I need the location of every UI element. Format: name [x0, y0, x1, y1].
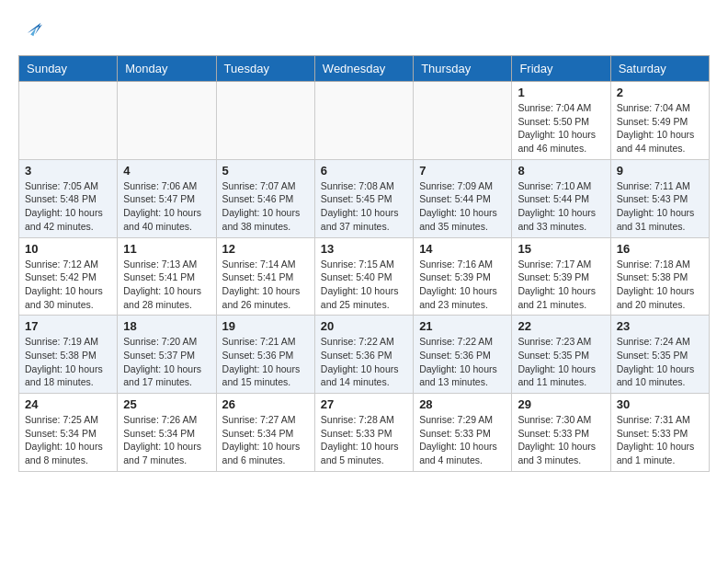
- day-info: Sunrise: 7:22 AM Sunset: 5:36 PM Dayligh…: [419, 335, 506, 389]
- page-header: [18, 18, 710, 40]
- day-number: 12: [222, 242, 309, 256]
- day-number: 29: [518, 397, 604, 411]
- day-number: 23: [617, 319, 703, 333]
- weekday-header-row: SundayMondayTuesdayWednesdayThursdayFrid…: [19, 56, 710, 82]
- calendar-cell: 23Sunrise: 7:24 AM Sunset: 5:35 PM Dayli…: [610, 316, 709, 394]
- calendar-cell: [118, 82, 216, 160]
- calendar-cell: 6Sunrise: 7:08 AM Sunset: 5:45 PM Daylig…: [314, 159, 413, 237]
- day-info: Sunrise: 7:04 AM Sunset: 5:50 PM Dayligh…: [518, 101, 604, 155]
- day-number: 22: [518, 319, 604, 333]
- svg-marker-0: [28, 23, 42, 35]
- weekday-header-monday: Monday: [118, 56, 216, 82]
- calendar-cell: 15Sunrise: 7:17 AM Sunset: 5:39 PM Dayli…: [512, 237, 610, 316]
- day-number: 15: [518, 242, 604, 256]
- calendar-cell: 24Sunrise: 7:25 AM Sunset: 5:34 PM Dayli…: [19, 394, 118, 472]
- weekday-header-tuesday: Tuesday: [216, 56, 314, 82]
- calendar-table: SundayMondayTuesdayWednesdayThursdayFrid…: [18, 55, 710, 472]
- day-number: 5: [222, 164, 309, 178]
- calendar-cell: 5Sunrise: 7:07 AM Sunset: 5:46 PM Daylig…: [216, 159, 314, 237]
- calendar-cell: 13Sunrise: 7:15 AM Sunset: 5:40 PM Dayli…: [314, 237, 413, 316]
- calendar-cell: 8Sunrise: 7:10 AM Sunset: 5:44 PM Daylig…: [512, 159, 610, 237]
- week-row-1: 1Sunrise: 7:04 AM Sunset: 5:50 PM Daylig…: [19, 82, 710, 160]
- day-info: Sunrise: 7:10 AM Sunset: 5:44 PM Dayligh…: [518, 179, 604, 234]
- calendar-cell: 25Sunrise: 7:26 AM Sunset: 5:34 PM Dayli…: [118, 394, 216, 472]
- calendar-cell: 4Sunrise: 7:06 AM Sunset: 5:47 PM Daylig…: [118, 159, 216, 237]
- calendar-cell: 7Sunrise: 7:09 AM Sunset: 5:44 PM Daylig…: [414, 159, 512, 237]
- weekday-header-friday: Friday: [512, 56, 610, 82]
- calendar-cell: 12Sunrise: 7:14 AM Sunset: 5:41 PM Dayli…: [216, 237, 314, 316]
- day-number: 26: [222, 397, 309, 411]
- weekday-header-sunday: Sunday: [19, 56, 118, 82]
- day-number: 21: [419, 319, 506, 333]
- logo: [18, 18, 42, 40]
- day-number: 11: [123, 242, 210, 256]
- calendar-cell: 11Sunrise: 7:13 AM Sunset: 5:41 PM Dayli…: [118, 237, 216, 316]
- day-info: Sunrise: 7:05 AM Sunset: 5:48 PM Dayligh…: [25, 179, 111, 234]
- day-info: Sunrise: 7:17 AM Sunset: 5:39 PM Dayligh…: [518, 258, 604, 312]
- calendar-cell: [414, 82, 512, 160]
- calendar-cell: 3Sunrise: 7:05 AM Sunset: 5:48 PM Daylig…: [19, 159, 118, 237]
- calendar-cell: 22Sunrise: 7:23 AM Sunset: 5:35 PM Dayli…: [512, 316, 610, 394]
- day-number: 7: [419, 164, 506, 178]
- day-info: Sunrise: 7:14 AM Sunset: 5:41 PM Dayligh…: [222, 258, 309, 312]
- day-number: 9: [617, 164, 703, 178]
- day-info: Sunrise: 7:16 AM Sunset: 5:39 PM Dayligh…: [419, 258, 506, 312]
- day-info: Sunrise: 7:19 AM Sunset: 5:38 PM Dayligh…: [25, 335, 111, 389]
- day-info: Sunrise: 7:07 AM Sunset: 5:46 PM Dayligh…: [222, 179, 309, 234]
- day-info: Sunrise: 7:15 AM Sunset: 5:40 PM Dayligh…: [321, 258, 407, 312]
- day-number: 17: [25, 319, 111, 333]
- calendar-cell: [314, 82, 413, 160]
- calendar-cell: 18Sunrise: 7:20 AM Sunset: 5:37 PM Dayli…: [118, 316, 216, 394]
- week-row-3: 10Sunrise: 7:12 AM Sunset: 5:42 PM Dayli…: [19, 237, 710, 316]
- calendar-cell: 21Sunrise: 7:22 AM Sunset: 5:36 PM Dayli…: [414, 316, 512, 394]
- calendar-cell: 17Sunrise: 7:19 AM Sunset: 5:38 PM Dayli…: [19, 316, 118, 394]
- calendar-cell: 30Sunrise: 7:31 AM Sunset: 5:33 PM Dayli…: [610, 394, 709, 472]
- day-number: 14: [419, 242, 506, 256]
- calendar-cell: 9Sunrise: 7:11 AM Sunset: 5:43 PM Daylig…: [610, 159, 709, 237]
- calendar-cell: 19Sunrise: 7:21 AM Sunset: 5:36 PM Dayli…: [216, 316, 314, 394]
- week-row-2: 3Sunrise: 7:05 AM Sunset: 5:48 PM Daylig…: [19, 159, 710, 237]
- day-number: 6: [321, 164, 407, 178]
- day-info: Sunrise: 7:26 AM Sunset: 5:34 PM Dayligh…: [123, 413, 210, 467]
- calendar-cell: 27Sunrise: 7:28 AM Sunset: 5:33 PM Dayli…: [314, 394, 413, 472]
- day-number: 25: [123, 397, 210, 411]
- day-info: Sunrise: 7:13 AM Sunset: 5:41 PM Dayligh…: [123, 258, 210, 312]
- calendar-cell: 20Sunrise: 7:22 AM Sunset: 5:36 PM Dayli…: [314, 316, 413, 394]
- day-info: Sunrise: 7:08 AM Sunset: 5:45 PM Dayligh…: [321, 179, 407, 234]
- calendar-cell: 29Sunrise: 7:30 AM Sunset: 5:33 PM Dayli…: [512, 394, 610, 472]
- day-number: 28: [419, 397, 506, 411]
- day-number: 19: [222, 319, 309, 333]
- day-number: 8: [518, 164, 604, 178]
- day-number: 16: [617, 242, 703, 256]
- calendar-cell: 1Sunrise: 7:04 AM Sunset: 5:50 PM Daylig…: [512, 82, 610, 160]
- day-info: Sunrise: 7:06 AM Sunset: 5:47 PM Dayligh…: [123, 179, 210, 234]
- day-info: Sunrise: 7:20 AM Sunset: 5:37 PM Dayligh…: [123, 335, 210, 389]
- calendar-cell: 28Sunrise: 7:29 AM Sunset: 5:33 PM Dayli…: [414, 394, 512, 472]
- calendar-cell: [216, 82, 314, 160]
- day-info: Sunrise: 7:04 AM Sunset: 5:49 PM Dayligh…: [617, 101, 703, 155]
- day-number: 30: [617, 397, 703, 411]
- day-number: 1: [518, 86, 604, 99]
- day-number: 24: [25, 397, 111, 411]
- day-info: Sunrise: 7:29 AM Sunset: 5:33 PM Dayligh…: [419, 413, 506, 467]
- day-number: 20: [321, 319, 407, 333]
- day-info: Sunrise: 7:11 AM Sunset: 5:43 PM Dayligh…: [617, 179, 703, 234]
- weekday-header-thursday: Thursday: [414, 56, 512, 82]
- calendar-cell: 16Sunrise: 7:18 AM Sunset: 5:38 PM Dayli…: [610, 237, 709, 316]
- day-info: Sunrise: 7:31 AM Sunset: 5:33 PM Dayligh…: [617, 413, 703, 467]
- calendar-cell: [19, 82, 118, 160]
- logo-bird-icon: [20, 18, 42, 40]
- calendar-cell: 2Sunrise: 7:04 AM Sunset: 5:49 PM Daylig…: [610, 82, 709, 160]
- calendar-cell: 14Sunrise: 7:16 AM Sunset: 5:39 PM Dayli…: [414, 237, 512, 316]
- day-number: 18: [123, 319, 210, 333]
- day-number: 27: [321, 397, 407, 411]
- week-row-4: 17Sunrise: 7:19 AM Sunset: 5:38 PM Dayli…: [19, 316, 710, 394]
- day-number: 13: [321, 242, 407, 256]
- weekday-header-saturday: Saturday: [610, 56, 709, 82]
- day-info: Sunrise: 7:28 AM Sunset: 5:33 PM Dayligh…: [321, 413, 407, 467]
- calendar-cell: 10Sunrise: 7:12 AM Sunset: 5:42 PM Dayli…: [19, 237, 118, 316]
- day-info: Sunrise: 7:27 AM Sunset: 5:34 PM Dayligh…: [222, 413, 309, 467]
- week-row-5: 24Sunrise: 7:25 AM Sunset: 5:34 PM Dayli…: [19, 394, 710, 472]
- calendar-cell: 26Sunrise: 7:27 AM Sunset: 5:34 PM Dayli…: [216, 394, 314, 472]
- day-number: 3: [25, 164, 111, 178]
